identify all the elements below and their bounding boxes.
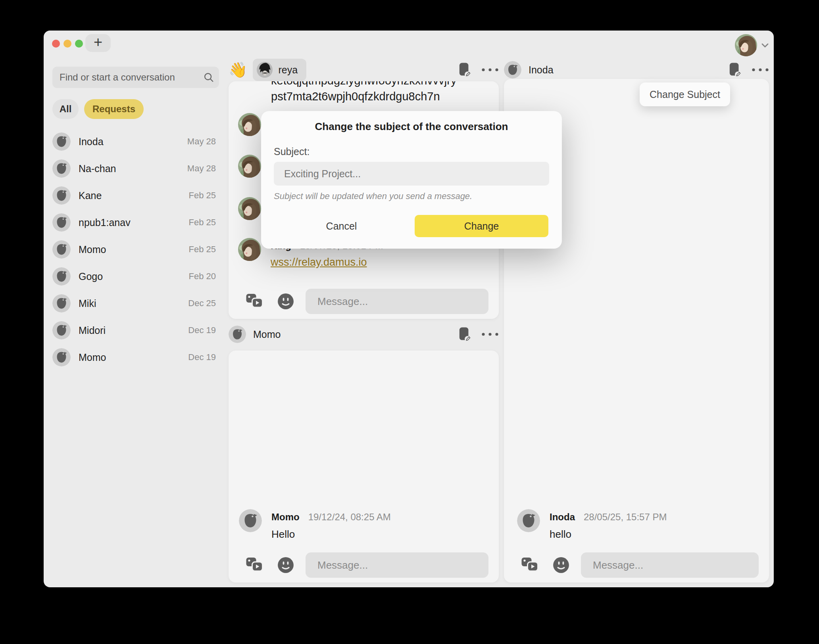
conversation-name: Midori [79,325,180,336]
chat-title: reya [278,64,298,76]
change-subject-icon[interactable] [458,62,471,78]
conversation-name: Kane [79,190,181,201]
emoji-picker-icon[interactable] [277,556,294,574]
message-row: Momo 19/12/24, 08:25 AM Hello [239,509,391,540]
conversation-date: Dec 19 [188,325,216,335]
message-avatar [238,197,261,220]
more-options-icon[interactable] [481,332,499,336]
message-timestamp: 28/05/25, 15:57 PM [584,512,667,523]
change-subject-icon[interactable] [729,62,741,78]
message-avatar [238,238,261,261]
user-account-menu[interactable] [735,34,771,57]
tab-requests[interactable]: Requests [84,99,144,119]
conversation-row-momo[interactable]: Momo Feb 25 [52,236,216,263]
search-input[interactable] [52,67,219,88]
default-avatar [52,240,71,259]
message-sender: Inoda [550,512,575,523]
tab-all[interactable]: All [52,99,79,119]
message-text-clipped: ketoqjqtmpdgzlygnwfooynzkxnvvvjry [271,81,456,88]
subject-input[interactable] [274,162,549,186]
message-avatar [238,113,261,136]
chat-panel-momo: Momo 19/12/24, 08:25 AM Hello [229,351,499,583]
subject-label: Subject: [274,146,310,157]
more-options-icon[interactable] [752,68,769,72]
emoji-picker-icon[interactable] [277,293,294,310]
minimize-button[interactable] [63,40,71,48]
default-avatar [52,348,71,366]
default-avatar [239,509,262,532]
attach-media-icon[interactable] [245,293,264,310]
default-avatar [52,186,71,205]
wave-emoji-icon: 👋 [229,61,247,79]
chevron-down-icon [760,40,770,50]
relay-link[interactable]: wss://relay.damus.io [271,256,367,268]
attach-media-icon[interactable] [245,557,264,573]
conversation-date: Dec 19 [188,352,216,362]
message-input[interactable] [306,552,488,578]
default-avatar [504,61,521,79]
more-options-icon[interactable] [481,68,499,72]
default-avatar [52,267,71,286]
message-compose-bar [245,289,488,314]
message-input[interactable] [306,289,488,314]
sidebar-search [52,67,219,88]
conversation-row-momo-2[interactable]: Momo Dec 19 [52,344,216,371]
cancel-button[interactable]: Cancel [313,215,370,237]
conversation-row-gogo[interactable]: Gogo Feb 20 [52,263,216,290]
chat-title: Inoda [529,64,554,76]
emoji-picker-icon[interactable] [552,556,570,574]
close-button[interactable] [52,40,60,48]
change-button[interactable]: Change [415,215,548,237]
conversation-date: Dec 25 [188,298,216,309]
app-window: + All Requests Inoda May 28 Na-chan May … [44,31,774,587]
conversation-row-miki[interactable]: Miki Dec 25 [52,290,216,317]
message-text-npub: pst7mta2t6wpjh0qfzkdrdgu8ch7n [271,90,440,103]
filter-tabs: All Requests [52,99,144,119]
new-conversation-button[interactable]: + [85,34,111,52]
message-timestamp: 19/12/24, 08:25 AM [308,512,391,523]
dialog-helper-text: Subject will be updated when you send a … [274,191,472,201]
message-sender: Momo [271,512,300,523]
message-compose-bar [245,552,488,578]
chat-header-reya: 👋 reya [229,58,499,81]
change-subject-icon[interactable] [458,326,471,343]
conversation-row-na-chan[interactable]: Na-chan May 28 [52,155,216,182]
conversation-date: May 28 [187,163,216,174]
conversation-date: May 28 [187,136,216,147]
message-compose-bar [521,552,759,578]
conversation-name: Gogo [79,271,181,282]
conversation-name: Momo [79,352,180,363]
conversation-name: Miki [79,298,180,309]
default-avatar [52,159,71,178]
default-avatar [517,509,540,532]
default-avatar [52,132,71,151]
conversation-row-kane[interactable]: Kane Feb 25 [52,182,216,209]
conversation-name: Momo [79,244,181,255]
default-avatar [52,294,71,312]
message-avatar [238,155,261,178]
reya-avatar [257,62,273,78]
default-avatar [229,326,246,343]
conversation-date: Feb 25 [189,190,216,201]
dialog-title: Change the subject of the conversation [261,121,562,133]
user-avatar [735,34,757,56]
zoom-button[interactable] [75,40,83,48]
change-subject-tooltip: Change Subject [640,82,730,106]
conversation-date: Feb 25 [189,217,216,228]
attach-media-icon[interactable] [521,557,539,573]
message-input[interactable] [581,552,759,578]
chat-title: Momo [253,329,281,340]
search-icon [203,72,214,83]
conversation-row-midori[interactable]: Midori Dec 19 [52,317,216,344]
conversation-date: Feb 20 [189,271,216,282]
default-avatar [52,321,71,339]
conversation-name: Inoda [79,136,179,148]
message-text: hello [550,528,667,540]
conversation-row-npub1anav[interactable]: npub1:anav Feb 25 [52,209,216,236]
chat-title-pill-reya[interactable]: reya [253,59,306,81]
conversation-name: Na-chan [79,163,179,174]
change-subject-dialog: Change the subject of the conversation S… [261,111,562,249]
conversation-date: Feb 25 [189,244,216,255]
chat-header-inoda: Inoda [504,58,769,81]
conversation-row-inoda[interactable]: Inoda May 28 [52,128,216,155]
